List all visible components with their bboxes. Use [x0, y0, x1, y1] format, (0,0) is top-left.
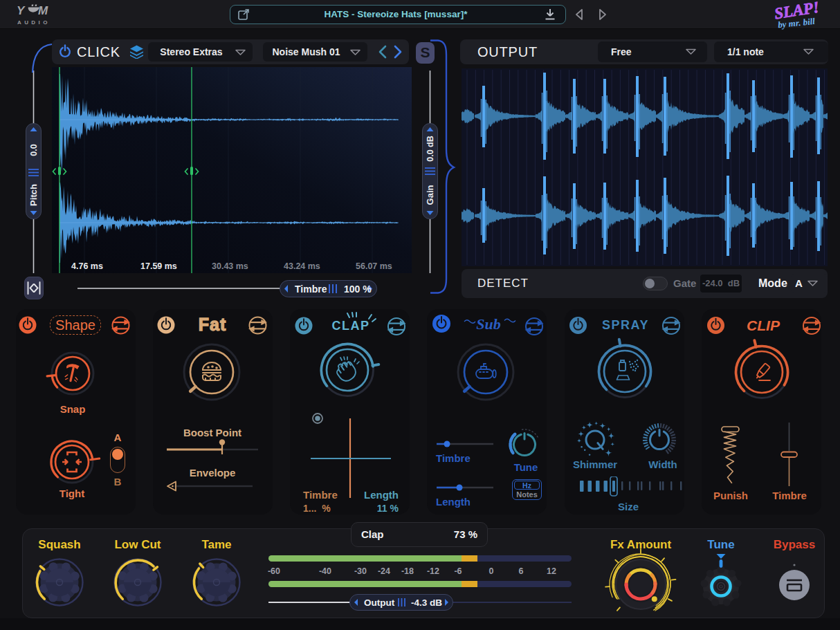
- svg-text:56.07 ms: 56.07 ms: [356, 261, 392, 271]
- svg-text:0.0: 0.0: [29, 144, 39, 156]
- svg-text:Output: Output: [364, 597, 395, 608]
- svg-text:Pitch: Pitch: [28, 184, 39, 206]
- svg-text:Y: Y: [17, 4, 26, 17]
- svg-text:30.43 ms: 30.43 ms: [212, 261, 248, 271]
- svg-text:-4.3 dB: -4.3 dB: [411, 597, 442, 608]
- svg-text:4.76 ms: 4.76 ms: [71, 261, 103, 271]
- svg-text:AUDIO: AUDIO: [17, 19, 51, 26]
- svg-text:100 %: 100 %: [344, 284, 372, 295]
- svg-text:17.59 ms: 17.59 ms: [140, 261, 177, 271]
- svg-text:Timbre: Timbre: [295, 284, 327, 295]
- svg-text:43.24 ms: 43.24 ms: [284, 261, 320, 271]
- svg-text:M: M: [38, 4, 48, 17]
